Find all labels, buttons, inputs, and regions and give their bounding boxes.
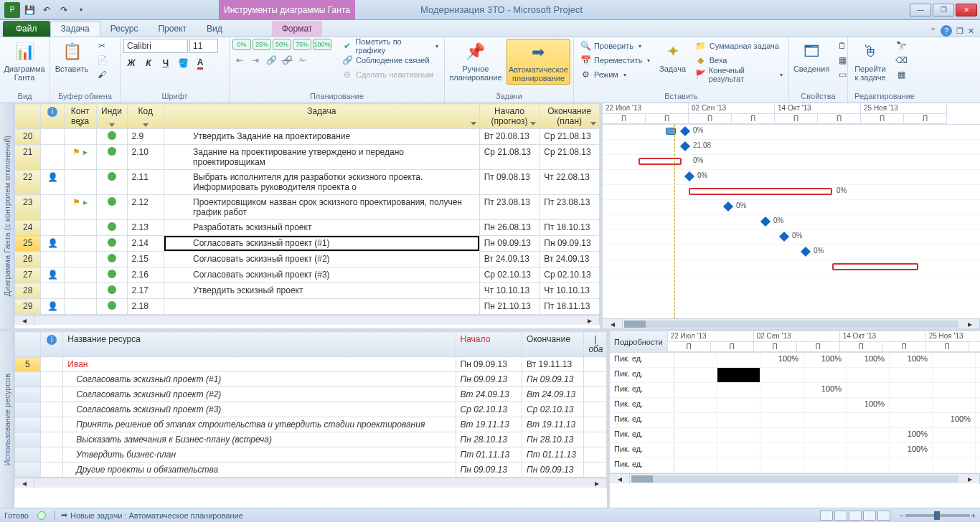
save-icon[interactable]: 💾 <box>22 2 37 18</box>
resource-table[interactable]: i Название ресурса Начало Окончание |оба… <box>14 331 607 508</box>
outdent-icon[interactable]: ⇤ <box>232 54 247 66</box>
details-row[interactable]: Пик. ед.100% <box>610 383 980 398</box>
split-icon[interactable]: ✁ <box>296 54 310 66</box>
scroll-to-task-button[interactable]: 🖰Перейти к задаче <box>851 39 890 83</box>
res-hscroll[interactable]: ◂▸ <box>14 478 607 488</box>
underline-button[interactable]: Ч <box>158 56 174 70</box>
view-form-icon[interactable] <box>877 511 890 521</box>
list-item[interactable]: Согласовать эскизный проект (#3) Ср 02.1… <box>15 402 607 417</box>
paste-button[interactable]: 📋Вставить <box>53 39 90 75</box>
information-button[interactable]: 🗔Сведения <box>792 39 831 75</box>
res-col-cut[interactable]: |оба <box>584 332 607 357</box>
minimize-button[interactable]: — <box>910 4 931 16</box>
view-gantt-icon[interactable] <box>820 511 833 521</box>
details-row[interactable]: Пик. ед. <box>610 458 980 473</box>
inspect-button[interactable]: 🔍Проверить▾ <box>577 39 653 53</box>
list-item[interactable]: Другие проекты и обязательства Пн 09.09.… <box>15 462 607 478</box>
res-col-info[interactable]: i <box>40 332 63 357</box>
table-row[interactable]: 27 👤 2.16 Согласовать эскизный проект (#… <box>15 267 600 283</box>
tab-project[interactable]: Проект <box>148 21 197 37</box>
find-button[interactable]: 🔭 <box>892 39 910 53</box>
col-wbs[interactable]: Код <box>127 104 164 129</box>
minimize-ribbon-icon[interactable]: ⌃ <box>930 27 936 36</box>
col-start[interactable]: Начало (прогноз) <box>479 104 540 129</box>
pct-50[interactable]: 50% <box>273 39 291 50</box>
col-task[interactable]: Задача <box>164 104 480 129</box>
corner-cell[interactable] <box>15 104 41 129</box>
close-button[interactable]: ✕ <box>956 4 977 16</box>
redo-icon[interactable]: ↷ <box>56 2 72 18</box>
col-finish[interactable]: Окончание (план) <box>540 104 600 129</box>
respect-links-button[interactable]: 🔗Соблюдение связей <box>339 53 441 67</box>
unlink-icon[interactable]: 🔗 <box>280 54 294 66</box>
col-milestone[interactable]: Конт веха <box>64 104 96 129</box>
font-size-combo[interactable]: 11 <box>189 39 218 53</box>
details-row[interactable]: Пик. ед. <box>610 368 980 383</box>
tab-format[interactable]: Формат <box>272 21 323 37</box>
font-color-button[interactable]: А <box>192 56 208 70</box>
qat-more-icon[interactable]: ▾ <box>73 2 89 18</box>
inactive-button[interactable]: ⊖Сделать неактивным <box>339 67 441 82</box>
pct-75[interactable]: 75% <box>293 39 311 50</box>
res-col-name[interactable]: Название ресурса <box>63 332 456 357</box>
milestone-button[interactable]: ◆Веха <box>692 53 786 67</box>
table-row[interactable]: 24 2.13 Разработать эскизный проект Пн 2… <box>15 220 600 236</box>
list-item[interactable]: Утвердить бизнес-план Пт 01.11.13 Пт 01.… <box>15 447 607 462</box>
bold-button[interactable]: Ж <box>123 56 139 70</box>
list-item[interactable]: Согласовать эскизный проект (#1) Пн 09.0… <box>15 372 607 387</box>
scroll-left-icon[interactable]: ◂ <box>14 315 34 326</box>
list-item[interactable]: Принять решение об этапах строительства … <box>15 417 607 432</box>
copy-button[interactable]: 📄 <box>93 53 110 67</box>
tab-task[interactable]: Задача <box>50 21 100 37</box>
pct-25[interactable]: 25% <box>253 39 271 50</box>
help-icon[interactable]: ? <box>941 25 952 37</box>
pct-100[interactable]: 100% <box>313 39 331 50</box>
table-row[interactable]: 26 2.15 Согласовать эскизный проект (#2)… <box>15 252 600 267</box>
auto-schedule-button[interactable]: ➡Автоматическое планирование <box>507 39 570 85</box>
link-icon[interactable]: 🔗 <box>264 54 278 66</box>
pct-0[interactable]: 0% <box>232 39 251 50</box>
gantt-hscroll[interactable]: ◂▸ <box>603 318 980 328</box>
zoom-slider[interactable] <box>905 514 970 517</box>
top-pane-label[interactable]: Диаграмма Ганта (с контролем отклонений) <box>0 103 14 328</box>
list-item[interactable]: 5 Иван Пн 09.09.13 Вт 19.11.13 <box>15 357 607 372</box>
res-col-finish[interactable]: Окончание <box>522 332 584 357</box>
zoom-out-icon[interactable]: − <box>899 511 903 520</box>
task-table[interactable]: i Конт веха Инди Код Задача Начало (прог… <box>14 103 600 328</box>
summary-task-button[interactable]: 📁Суммарная задача <box>692 39 786 53</box>
bottom-pane-label[interactable]: Использование ресурсов <box>0 331 14 508</box>
details-row[interactable]: Пик. ед.100% <box>610 413 980 428</box>
close-doc-icon[interactable]: ✕ <box>968 27 974 36</box>
tab-view[interactable]: Вид <box>197 21 232 37</box>
font-name-combo[interactable]: Calibri <box>123 39 188 53</box>
restore-doc-icon[interactable]: ❐ <box>956 27 963 36</box>
scroll-right-icon[interactable]: ▸ <box>580 315 600 326</box>
italic-button[interactable]: К <box>141 56 156 70</box>
res-col-start[interactable]: Начало <box>456 332 522 357</box>
gantt-view-button[interactable]: 📊Диаграмма Ганта <box>3 39 46 83</box>
details-row[interactable]: Пик. ед.100%100%100%100% <box>610 353 980 368</box>
table-row[interactable]: 21 ⚑ ▸ 2.10 Задание на проектирование ут… <box>15 145 600 170</box>
file-tab[interactable]: Файл <box>3 21 50 37</box>
list-item[interactable]: Согласовать эскизный проект (#2) Вт 24.0… <box>15 387 607 402</box>
mode-button[interactable]: ⚙Режим▾ <box>577 67 653 82</box>
view-usage-icon[interactable] <box>834 511 847 521</box>
format-painter-button[interactable]: 🖌 <box>93 67 110 82</box>
gantt-chart[interactable]: 22 Июл '1302 Сен '1314 Окт '1325 Ноя '13… <box>600 103 980 328</box>
manual-schedule-button[interactable]: 📌Ручное планирование <box>448 39 504 83</box>
col-indicator[interactable]: Инди <box>96 104 127 129</box>
indent-icon[interactable]: ⇥ <box>248 54 263 66</box>
list-item[interactable]: Высказать замечания к Бизнес-плану (встр… <box>15 432 607 447</box>
clear-button[interactable]: ⌫ <box>892 53 910 67</box>
view-team-icon[interactable] <box>849 511 862 521</box>
table-row[interactable]: 28 2.17 Утвердить эскизный проект Чт 10.… <box>15 283 600 299</box>
fill-button[interactable]: ▦ <box>892 67 910 82</box>
deliverable-button[interactable]: 🚩Конечный результат▾ <box>692 67 786 82</box>
view-sheet-icon[interactable] <box>863 511 876 521</box>
details-row[interactable]: Пик. ед.100% <box>610 443 980 458</box>
maximize-button[interactable]: ❐ <box>933 4 954 16</box>
macro-record-icon[interactable] <box>37 511 46 520</box>
details-row[interactable]: Пик. ед.100% <box>610 398 980 413</box>
cut-button[interactable]: ✂ <box>93 39 110 53</box>
task-insert-button[interactable]: ✦Задача <box>656 39 689 75</box>
